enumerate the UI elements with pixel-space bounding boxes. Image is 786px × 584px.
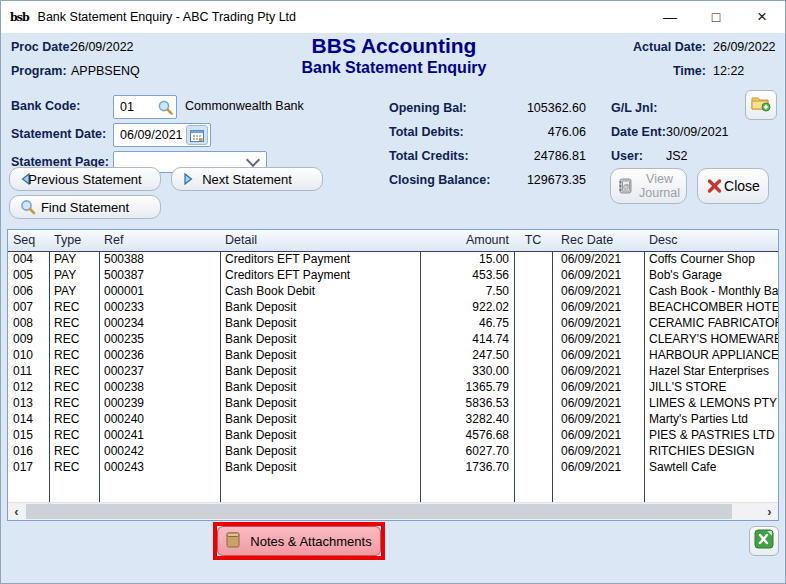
table-cell: 1365.79 — [420, 379, 514, 395]
table-cell: Marty's Parties Ltd — [644, 411, 778, 427]
table-cell: 1736.70 — [420, 459, 514, 475]
table-cell: 007 — [8, 299, 49, 315]
column-header[interactable]: Rec Date — [552, 230, 644, 251]
close-window-button[interactable]: × — [739, 1, 785, 33]
scroll-right-icon[interactable]: › — [761, 503, 778, 520]
column-header[interactable]: Seq — [8, 230, 49, 251]
table-row[interactable]: 009REC000235Bank Deposit414.7406/09/2021… — [8, 331, 778, 347]
journal-icon: @ — [617, 178, 633, 195]
column-header[interactable]: Ref — [99, 230, 220, 251]
column-header[interactable]: Detail — [220, 230, 420, 251]
notes-attachments-button[interactable]: Notes & Attachments — [217, 526, 381, 556]
user-value: JS2 — [666, 149, 688, 163]
table-cell: Bank Deposit — [220, 315, 420, 331]
table-cell: Bank Deposit — [220, 331, 420, 347]
column-header[interactable]: Desc — [644, 230, 778, 251]
table-row[interactable]: 014REC000240Bank Deposit3282.4006/09/202… — [8, 411, 778, 427]
table-cell: 6027.70 — [420, 443, 514, 459]
table-row[interactable]: 007REC000233Bank Deposit922.0206/09/2021… — [8, 299, 778, 315]
table-cell: 06/09/2021 — [552, 347, 644, 363]
table-cell: REC — [49, 427, 99, 443]
program-value: APPBSENQ — [71, 64, 140, 78]
table-cell: 000240 — [99, 411, 220, 427]
table-cell: REC — [49, 299, 99, 315]
horizontal-scrollbar[interactable]: ‹ › — [8, 502, 778, 520]
table-cell: 06/09/2021 — [552, 251, 644, 267]
table-cell — [514, 267, 552, 283]
calendar-icon[interactable] — [186, 125, 208, 145]
bank-code-search-icon[interactable] — [157, 99, 174, 116]
table-cell: REC — [49, 379, 99, 395]
statement-date-input[interactable]: 06/09/2021 — [113, 123, 211, 147]
previous-statement-button[interactable]: Previous Statement — [9, 167, 161, 191]
table-cell: Bank Deposit — [220, 299, 420, 315]
table-cell: 000236 — [99, 347, 220, 363]
table-cell: REC — [49, 347, 99, 363]
table-row[interactable]: 015REC000241Bank Deposit4576.6806/09/202… — [8, 427, 778, 443]
table-cell: 005 — [8, 267, 49, 283]
column-header[interactable]: Type — [49, 230, 99, 251]
actual-date-label: Actual Date: — [591, 40, 706, 54]
table-cell: 06/09/2021 — [552, 267, 644, 283]
table-cell: 016 — [8, 443, 49, 459]
program-label: Program: — [11, 64, 67, 78]
proc-date-value: 26/09/2022 — [71, 40, 134, 54]
table-cell: 06/09/2021 — [552, 363, 644, 379]
export-excel-button[interactable] — [749, 526, 779, 556]
table-cell — [514, 315, 552, 331]
proc-date-label: Proc Date: — [11, 40, 74, 54]
maximize-button[interactable]: □ — [693, 1, 739, 33]
column-header[interactable]: TC — [514, 230, 552, 251]
view-journal-button[interactable]: @ View Journal — [610, 168, 687, 204]
table-cell: REC — [49, 411, 99, 427]
time-label: Time: — [591, 64, 706, 78]
table-cell: 015 — [8, 427, 49, 443]
table-row[interactable]: 013REC000239Bank Deposit5836.5306/09/202… — [8, 395, 778, 411]
table-cell — [514, 251, 552, 267]
table-cell — [514, 379, 552, 395]
table-cell: JILL'S STORE — [644, 379, 778, 395]
table-cell: 000235 — [99, 331, 220, 347]
column-header[interactable]: Amount — [420, 230, 514, 251]
opening-bal-label: Opening Bal: — [389, 101, 467, 115]
table-cell: 000001 — [99, 283, 220, 299]
table-row[interactable]: 008REC000234Bank Deposit46.7506/09/2021C… — [8, 315, 778, 331]
bank-code-input[interactable]: 01 — [113, 95, 177, 119]
table-row[interactable]: 010REC000236Bank Deposit247.5006/09/2021… — [8, 347, 778, 363]
table-cell: 06/09/2021 — [552, 299, 644, 315]
table-row[interactable]: 005PAY500387Creditors EFT Payment453.560… — [8, 267, 778, 283]
scroll-left-icon[interactable]: ‹ — [8, 503, 25, 520]
table-cell: LIMES & LEMONS PTY LTD — [644, 395, 778, 411]
find-statement-button[interactable]: Find Statement — [9, 195, 161, 219]
date-ent-value: 30/09/2021 — [666, 125, 729, 139]
opening-bal-value: 105362.60 — [461, 101, 586, 115]
table-cell: 000242 — [99, 443, 220, 459]
table-cell: Bank Deposit — [220, 427, 420, 443]
close-button[interactable]: Close — [697, 168, 769, 204]
table-row[interactable]: 011REC000237Bank Deposit330.0006/09/2021… — [8, 363, 778, 379]
table-row[interactable]: 012REC000238Bank Deposit1365.7906/09/202… — [8, 379, 778, 395]
table-cell: CLEARY'S HOMEWARES — [644, 331, 778, 347]
minimize-button[interactable]: — — [647, 1, 693, 33]
table-cell: Bank Deposit — [220, 363, 420, 379]
gl-journal-add-button[interactable] — [745, 90, 777, 120]
statement-date-label: Statement Date: — [11, 127, 106, 141]
table-row[interactable]: 017REC000243Bank Deposit1736.7006/09/202… — [8, 459, 778, 475]
window-title: Bank Statement Enquiry - ABC Trading Pty… — [38, 10, 296, 24]
svg-text:@: @ — [622, 183, 629, 190]
table-row[interactable]: 006PAY000001Cash Book Debit7.5006/09/202… — [8, 283, 778, 299]
table-cell: Bank Deposit — [220, 443, 420, 459]
table-cell: Coffs Courner Shop — [644, 251, 778, 267]
table-cell: 500388 — [99, 251, 220, 267]
next-statement-button[interactable]: Next Statement — [171, 167, 323, 191]
find-statement-label: Find Statement — [10, 200, 160, 215]
table-cell: 453.56 — [420, 267, 514, 283]
table-row[interactable]: 004PAY500388Creditors EFT Payment15.0006… — [8, 251, 778, 267]
title-bar: bsb Bank Statement Enquiry - ABC Trading… — [1, 1, 785, 34]
chevron-down-icon — [246, 153, 260, 167]
table-cell: 000239 — [99, 395, 220, 411]
table-cell: Bank Deposit — [220, 379, 420, 395]
scrollbar-thumb[interactable] — [26, 504, 732, 519]
table-row[interactable]: 016REC000242Bank Deposit6027.7006/09/202… — [8, 443, 778, 459]
table-cell: Bank Deposit — [220, 347, 420, 363]
